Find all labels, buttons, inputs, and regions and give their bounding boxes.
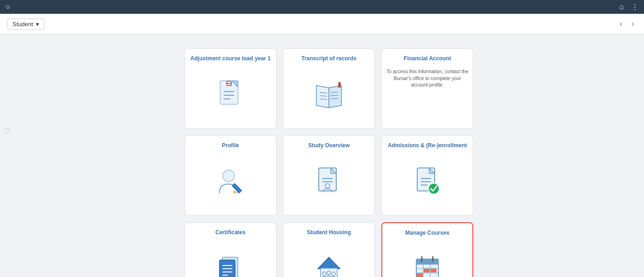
- dropdown-arrow-icon: ▾: [36, 21, 39, 28]
- card-title: Manage Courses: [405, 230, 449, 236]
- top-bar: ○ ⌂ ⋮: [0, 0, 644, 14]
- top-bar-left: ○: [6, 3, 10, 11]
- svg-rect-55: [417, 273, 423, 277]
- svg-line-15: [331, 95, 338, 96]
- student-dropdown[interactable]: Student ▾: [7, 18, 44, 30]
- card-desc: To access this information, contact the …: [386, 68, 468, 88]
- more-options-icon[interactable]: ⋮: [631, 3, 638, 12]
- student-label: Student: [12, 21, 33, 28]
- grid-area: Adjustment course load year 1: [14, 35, 644, 277]
- cards-grid: Adjustment course load year 1: [184, 48, 473, 277]
- svg-point-33: [428, 183, 439, 194]
- svg-line-13: [320, 99, 327, 99]
- card-icon: [216, 239, 246, 277]
- forward-button[interactable]: ›: [629, 19, 637, 29]
- svg-line-14: [331, 92, 338, 92]
- card-adjustment-course-load[interactable]: Adjustment course load year 1: [184, 48, 276, 129]
- card-icon: [217, 65, 244, 124]
- card-icon: [413, 152, 443, 211]
- svg-rect-20: [232, 183, 242, 193]
- card-manage-courses[interactable]: Manage Courses: [381, 222, 473, 277]
- svg-point-19: [223, 170, 234, 181]
- card-profile[interactable]: Profile: [184, 135, 276, 216]
- card-title: Study Overview: [308, 142, 350, 149]
- sidebar-left: ♡: [0, 35, 14, 277]
- card-icon: [216, 152, 246, 211]
- nav-arrows: ‹ ›: [617, 19, 637, 29]
- card-icon: [314, 239, 344, 277]
- card-title: Student Housing: [307, 229, 351, 236]
- card-icon: [314, 65, 344, 124]
- card-title: Adjustment course load year 1: [190, 55, 271, 62]
- card-icon: [413, 240, 443, 277]
- svg-marker-40: [318, 257, 340, 269]
- card-certificates[interactable]: Certificates: [184, 222, 276, 277]
- logo-icon[interactable]: ○: [6, 3, 10, 11]
- card-title: Certificates: [215, 229, 245, 236]
- card-study-overview[interactable]: Study Overview: [283, 135, 375, 216]
- card-title: Profile: [222, 142, 239, 149]
- svg-rect-53: [424, 269, 430, 272]
- card-title: Transcript of records: [301, 55, 356, 62]
- back-button[interactable]: ‹: [617, 19, 625, 29]
- svg-line-12: [320, 96, 327, 96]
- home-icon[interactable]: ⌂: [619, 3, 624, 11]
- card-title: Admissions & (Re-)enrollment: [388, 142, 467, 149]
- card-financial-account[interactable]: Financial Account To access this informa…: [381, 48, 473, 129]
- svg-line-16: [331, 98, 338, 99]
- card-admissions-reenrollment[interactable]: Admissions & (Re-)enrollment: [381, 135, 473, 216]
- svg-line-11: [320, 92, 327, 93]
- card-icon: [314, 152, 344, 211]
- main-content: ♡ Adjustment course load year 1: [0, 35, 644, 277]
- second-bar: Student ▾ ‹ ›: [0, 14, 644, 35]
- top-bar-right: ⌂ ⋮: [619, 3, 638, 12]
- card-title: Financial Account: [404, 55, 451, 62]
- svg-marker-21: [233, 190, 236, 193]
- card-student-housing[interactable]: Student Housing: [283, 222, 375, 277]
- card-transcript-of-records[interactable]: Transcript of records: [283, 48, 375, 129]
- favorite-icon[interactable]: ♡: [3, 127, 11, 137]
- svg-line-22: [235, 182, 239, 184]
- svg-rect-54: [431, 269, 437, 272]
- svg-rect-46: [416, 259, 438, 265]
